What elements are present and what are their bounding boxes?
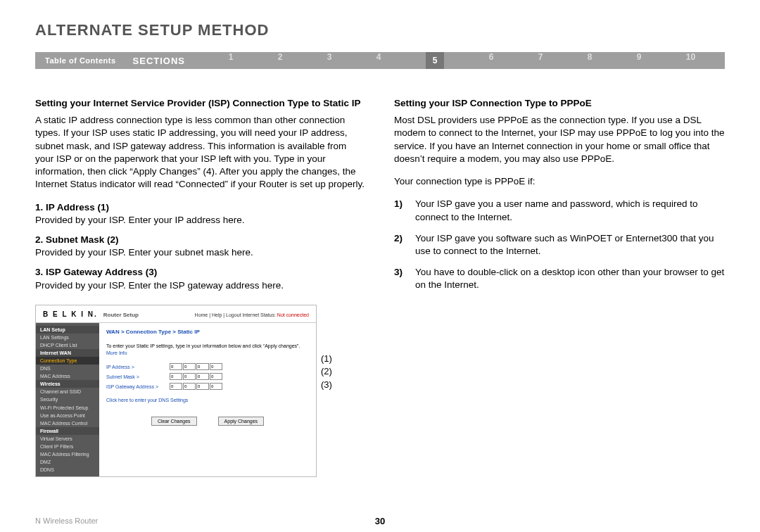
page-footer: N Wireless Router 30: [35, 517, 725, 525]
nav-section-6[interactable]: 6: [489, 52, 494, 69]
sidebar-item[interactable]: Virtual Servers: [36, 435, 99, 443]
field-heading: 3. ISP Gateway Address (3): [35, 266, 366, 279]
list-item: 2)Your ISP gave you software such as Win…: [394, 232, 725, 258]
nav-section-1[interactable]: 1: [229, 52, 234, 69]
callout: (3): [321, 379, 332, 391]
sidebar-item[interactable]: Firewall: [36, 427, 99, 435]
sidebar-item[interactable]: MAC Address: [36, 372, 99, 380]
sidebar-item[interactable]: DMZ: [36, 458, 99, 466]
router-input-row: IP Address >0000: [106, 363, 309, 370]
static-ip-heading: Setting your Internet Service Provider (…: [35, 97, 366, 110]
sidebar-item[interactable]: MAC Address Filtering: [36, 450, 99, 458]
clear-changes-button[interactable]: Clear Changes: [151, 417, 197, 426]
right-column: Setting your ISP Connection Type to PPPo…: [394, 97, 725, 477]
nav-section-9[interactable]: 9: [637, 52, 642, 69]
section-nav: Table of Contents SECTIONS 12345678910: [35, 52, 725, 69]
sidebar-item[interactable]: LAN Settings: [36, 334, 99, 341]
nav-section-8[interactable]: 8: [588, 52, 593, 69]
callout-labels: (1)(2)(3): [321, 305, 332, 392]
callout: (2): [321, 365, 332, 378]
nav-section-10[interactable]: 10: [686, 52, 695, 69]
sidebar-item[interactable]: Channel and SSID: [36, 388, 99, 395]
list-num: 1): [394, 198, 415, 223]
router-sub: Router Setup: [103, 312, 139, 319]
list-item: 1)Your ISP gave you a user name and pass…: [394, 198, 725, 223]
router-more-info-link[interactable]: More Info: [106, 350, 127, 355]
field-body: Provided by your ISP. Enter the ISP gate…: [35, 279, 366, 292]
router-input-row: Subnet Mask >0000: [106, 373, 309, 380]
router-input-row: ISP Gateway Address >0000: [106, 383, 309, 390]
nav-section-7[interactable]: 7: [538, 52, 543, 69]
field-body: Provided by your ISP. Enter your subnet …: [35, 246, 366, 259]
page-title: ALTERNATE SETUP METHOD: [35, 21, 725, 39]
router-instructions: To enter your Static IP settings, type i…: [106, 343, 309, 356]
pppoe-para: Most DSL providers use PPPoE as the conn…: [394, 114, 725, 165]
router-status: Not connected: [277, 312, 309, 317]
nav-sections-label: SECTIONS: [126, 56, 199, 66]
router-brand: B E L K I N.: [43, 310, 98, 319]
list-item: 3)You have to double-click on a desktop …: [394, 266, 725, 291]
list-num: 3): [394, 266, 415, 291]
router-field-label: IP Address >: [106, 364, 170, 370]
sidebar-item[interactable]: Security: [36, 395, 99, 403]
router-screenshot: B E L K I N. Router Setup Home | Help | …: [35, 305, 317, 478]
field-heading: 1. IP Address (1): [35, 201, 366, 214]
sidebar-item[interactable]: LAN Setup: [36, 326, 99, 334]
field-body: Provided by your ISP. Enter your IP addr…: [35, 214, 366, 227]
nav-section-2[interactable]: 2: [278, 52, 283, 69]
router-field-label: ISP Gateway Address >: [106, 384, 170, 390]
sidebar-item[interactable]: DNS: [36, 365, 99, 372]
sidebar-item[interactable]: DDNS: [36, 466, 99, 474]
page-number: 30: [375, 516, 385, 526]
router-ip-input[interactable]: 0000: [170, 383, 222, 390]
nav-section-4[interactable]: 4: [376, 52, 381, 69]
sidebar-item[interactable]: Wi-Fi Protected Setup: [36, 404, 99, 412]
list-text: Your ISP gave you a user name and passwo…: [415, 198, 725, 223]
apply-changes-button[interactable]: Apply Changes: [218, 417, 264, 426]
pppoe-heading: Setting your ISP Connection Type to PPPo…: [394, 97, 725, 110]
static-ip-para: A static IP address connection type is l…: [35, 114, 366, 191]
router-ip-input[interactable]: 0000: [170, 363, 222, 370]
sidebar-item[interactable]: MAC Address Control: [36, 419, 99, 427]
list-num: 2): [394, 232, 415, 258]
nav-section-5[interactable]: 5: [426, 52, 445, 69]
router-links-plain: Home | Help | Logout Internet Status:: [195, 312, 276, 317]
list-text: Your ISP gave you software such as WinPO…: [415, 232, 725, 258]
footer-product: N Wireless Router: [35, 517, 98, 525]
router-field-label: Subnet Mask >: [106, 374, 170, 380]
callout: (1): [321, 353, 332, 365]
router-ip-input[interactable]: 0000: [170, 373, 222, 380]
sidebar-item[interactable]: Use as Access Point: [36, 412, 99, 419]
left-column: Setting your Internet Service Provider (…: [35, 97, 366, 477]
sidebar-item[interactable]: Internet WAN: [36, 349, 99, 357]
sidebar-item[interactable]: Connection Type: [36, 357, 99, 365]
sidebar-item[interactable]: Wireless: [36, 380, 99, 388]
router-sidebar: LAN SetupLAN SettingsDHCP Client ListInt…: [36, 323, 99, 477]
nav-toc[interactable]: Table of Contents: [35, 56, 126, 65]
sidebar-item[interactable]: DHCP Client List: [36, 341, 99, 349]
sidebar-item[interactable]: Client IP Filters: [36, 443, 99, 450]
router-top-links: Home | Help | Logout Internet Status: No…: [195, 312, 309, 318]
pppoe-lead: Your connection type is PPPoE if:: [394, 175, 725, 188]
router-breadcrumb: WAN > Connection Type > Static IP: [106, 329, 309, 336]
nav-section-3[interactable]: 3: [327, 52, 332, 69]
list-text: You have to double-click on a desktop ic…: [415, 266, 725, 291]
field-heading: 2. Subnet Mask (2): [35, 234, 366, 246]
router-dns-link[interactable]: Click here to enter your DNS Settings: [106, 397, 309, 403]
router-instr-text: To enter your Static IP settings, type i…: [106, 343, 300, 348]
router-main: WAN > Connection Type > Static IP To ent…: [99, 323, 316, 477]
